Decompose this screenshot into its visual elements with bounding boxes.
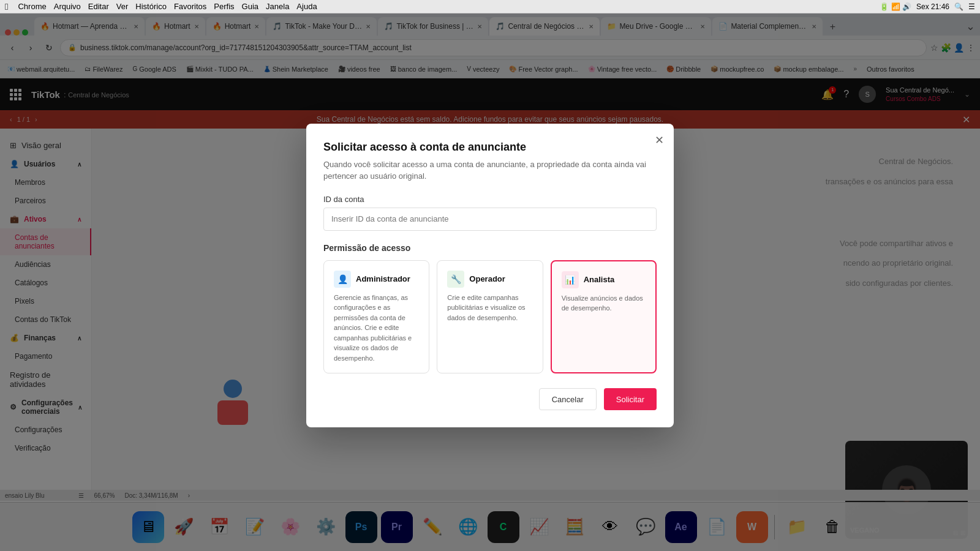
permission-card-analyst[interactable]: 📊 Analista Visualize anúncios e dados de… [551, 260, 657, 374]
cancel-button[interactable]: Cancelar [539, 388, 597, 410]
menu-arquivo[interactable]: Arquivo [54, 2, 81, 11]
permission-label: Permissão de acesso [323, 243, 657, 253]
permission-card-admin[interactable]: 👤 Administrador Gerencie as finanças, as… [323, 260, 429, 374]
clock: Sex 21:46 [916, 2, 949, 11]
menu-ver[interactable]: Ver [116, 2, 129, 11]
permission-card-header: 📊 Analista [562, 271, 646, 288]
admin-description: Gerencie as finanças, as configurações e… [334, 293, 419, 364]
analyst-description: Visualize anúncios e dados de desempenho… [562, 293, 646, 313]
modal-close-button[interactable]: ✕ [655, 133, 664, 147]
menu-favoritos[interactable]: Favoritos [174, 2, 206, 11]
permission-section: Permissão de acesso 👤 Administrador Gere… [323, 243, 657, 374]
mac-menubar-right: 🔋 📶 🔊 Sex 21:46 🔍 ☰ [880, 2, 975, 11]
admin-icon: 👤 [334, 271, 351, 288]
menu-perfis[interactable]: Perfis [214, 2, 234, 11]
analyst-title: Analista [584, 275, 615, 284]
menu-historico[interactable]: Histórico [135, 2, 167, 11]
account-id-input[interactable] [323, 208, 657, 231]
account-id-group: ID da conta [323, 195, 657, 231]
permission-cards: 👤 Administrador Gerencie as finanças, as… [323, 260, 657, 374]
control-center-icon[interactable]: ☰ [968, 2, 975, 11]
modal-description: Quando você solicitar acesso a uma conta… [323, 159, 657, 182]
mac-menubar:  Chrome Arquivo Editar Ver Histórico Fa… [0, 0, 980, 13]
permission-card-header: 🔧 Operador [447, 271, 532, 288]
system-icons: 🔋 📶 🔊 [880, 2, 911, 11]
modal-footer: Cancelar Solicitar [323, 388, 657, 410]
menu-guia[interactable]: Guia [242, 2, 258, 11]
menu-ajuda[interactable]: Ajuda [296, 2, 317, 11]
request-access-modal: ✕ Solicitar acesso à conta de anunciante… [306, 124, 674, 428]
menu-editar[interactable]: Editar [88, 2, 109, 11]
admin-title: Administrador [356, 274, 410, 283]
permission-card-header: 👤 Administrador [334, 271, 419, 288]
search-icon[interactable]: 🔍 [954, 2, 963, 11]
operator-description: Crie e edite campanhas publicitárias e v… [447, 293, 532, 323]
permission-card-operator[interactable]: 🔧 Operador Crie e edite campanhas public… [437, 260, 543, 374]
operator-icon: 🔧 [447, 271, 464, 288]
modal-overlay: ✕ Solicitar acesso à conta de anunciante… [0, 0, 980, 551]
apple-menu[interactable]:  [5, 1, 8, 12]
operator-title: Operador [469, 274, 505, 283]
submit-button[interactable]: Solicitar [604, 388, 657, 410]
menu-chrome[interactable]: Chrome [18, 2, 46, 11]
modal-title: Solicitar acesso à conta de anunciante [323, 141, 657, 154]
account-id-label: ID da conta [323, 195, 657, 204]
analyst-icon: 📊 [562, 271, 579, 288]
menu-janela[interactable]: Janela [266, 2, 289, 11]
